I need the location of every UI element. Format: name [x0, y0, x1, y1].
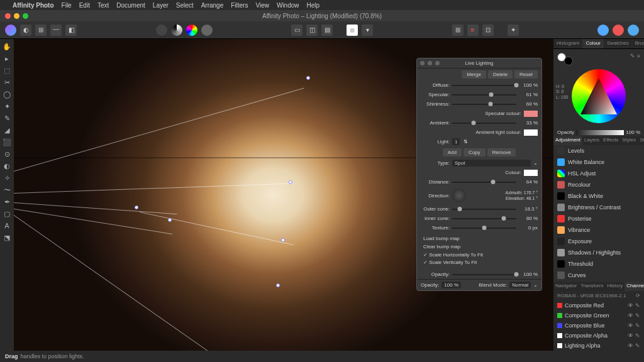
scale-h-checkbox[interactable]: ✓ Scale Horizontally To Fit — [423, 251, 535, 260]
traffic-lights[interactable] — [0, 13, 28, 19]
adjustment-item[interactable]: Curves — [553, 270, 644, 281]
selection-brush-icon[interactable]: ◯ — [2, 89, 12, 99]
visibility-icon[interactable]: 👁 ✎ — [628, 312, 640, 319]
menu-text[interactable]: Text — [97, 2, 109, 9]
colour-wheel[interactable] — [572, 69, 626, 123]
hand-tool-icon[interactable]: ✋ — [2, 41, 12, 52]
scale-v-checkbox[interactable]: ✓ Scale Vertically To Fit — [423, 259, 535, 267]
assistant-icon[interactable]: ✦ — [508, 25, 519, 36]
chevron-down-icon[interactable]: ⌄ — [533, 282, 538, 288]
shininess-slider[interactable] — [452, 104, 516, 105]
app-name[interactable]: Affinity Photo — [13, 2, 54, 9]
selection-sub-icon[interactable]: ▤ — [321, 25, 333, 36]
menu-edit[interactable]: Edit — [79, 2, 90, 9]
account-icon[interactable] — [597, 25, 609, 36]
tab-channels[interactable]: Channels — [625, 282, 644, 291]
colour-picker-icon[interactable]: ⬚ — [2, 65, 12, 75]
persona-liquify-icon[interactable]: ◐ — [20, 25, 31, 36]
inner-cone-slider[interactable] — [452, 218, 516, 219]
light-number[interactable]: 1 — [452, 138, 460, 145]
menu-layer[interactable]: Layer — [153, 2, 169, 9]
tab-stock[interactable]: Stock — [638, 136, 644, 145]
tab-history[interactable]: History — [605, 282, 625, 291]
diffuse-slider[interactable] — [452, 85, 516, 86]
adjustment-item[interactable]: Shadows / Highlights — [553, 247, 644, 258]
menu-file[interactable]: File — [62, 2, 72, 9]
selection-new-icon[interactable]: ▭ — [291, 25, 303, 36]
merge-button[interactable]: Merge — [462, 70, 486, 79]
channel-item[interactable]: Composite Blue👁 ✎ — [553, 321, 644, 331]
menu-select[interactable]: Select — [176, 2, 194, 9]
light-handle[interactable] — [306, 76, 310, 80]
visibility-icon[interactable]: 👁 ✎ — [628, 332, 640, 339]
persona-tone-icon[interactable]: 〰 — [50, 25, 62, 36]
adjustment-item[interactable]: Vibrance — [553, 224, 644, 236]
adjustment-item[interactable]: White Balance — [553, 156, 644, 168]
load-bump-button[interactable]: Load bump map — [423, 235, 535, 243]
adjust-bw-icon[interactable] — [201, 25, 213, 36]
pen-tool-icon[interactable]: ✒ — [2, 197, 12, 207]
outer-cone-slider[interactable] — [452, 209, 516, 210]
adjust-hsl-icon[interactable] — [186, 25, 197, 36]
persona-photo-icon[interactable] — [5, 25, 16, 36]
selection-add-icon[interactable]: ◫ — [306, 25, 318, 36]
specular-colour-swatch[interactable] — [524, 111, 538, 117]
visibility-icon[interactable]: 👁 ✎ — [628, 302, 640, 309]
stepper-icon[interactable]: ⇅ — [464, 139, 468, 145]
footer-opacity-value[interactable]: 100 % — [441, 282, 461, 288]
tab-swatches[interactable]: Swatches — [604, 39, 632, 48]
menu-document[interactable]: Document — [116, 2, 145, 9]
visibility-icon[interactable]: 👁 ✎ — [628, 343, 640, 349]
persona-develop-icon[interactable]: ⊞ — [35, 25, 47, 36]
light-colour-swatch[interactable] — [524, 170, 538, 176]
adjustment-item[interactable]: Exposure — [553, 236, 644, 247]
reset-button[interactable]: Reset — [514, 70, 538, 79]
brush-tool-icon[interactable]: ✎ — [2, 113, 12, 123]
reset-icon[interactable]: ⟳ — [636, 293, 640, 299]
texture-slider[interactable] — [452, 228, 516, 229]
sync-icon[interactable] — [613, 25, 624, 36]
tab-adjustment[interactable]: Adjustment — [553, 136, 582, 145]
quick-mask-icon[interactable]: ◼ — [347, 25, 358, 36]
eyedropper-icon[interactable]: ✎ ≡ — [630, 53, 640, 65]
channel-item[interactable]: Lighting Alpha👁 ✎ — [553, 341, 644, 351]
delete-button[interactable]: Delete — [488, 70, 513, 79]
tab-brushes[interactable]: Brushes — [632, 39, 644, 48]
adjustment-item[interactable]: Levels — [553, 145, 644, 156]
bg-swatch[interactable] — [564, 57, 573, 65]
light-handle[interactable] — [135, 206, 138, 209]
channel-item[interactable]: Composite Alpha👁 ✎ — [553, 331, 644, 341]
dodge-tool-icon[interactable]: ◐ — [2, 161, 12, 171]
shape-tool-icon[interactable]: ▢ — [2, 209, 12, 219]
add-light-button[interactable]: Add — [443, 148, 462, 156]
direction-dial[interactable] — [452, 189, 466, 202]
adjustment-item[interactable]: Posterise — [553, 213, 644, 224]
tab-navigator[interactable]: Navigator — [553, 282, 579, 291]
help-icon[interactable] — [628, 25, 639, 36]
specular-slider[interactable] — [452, 94, 516, 96]
tab-histogram[interactable]: Histogram — [553, 39, 582, 48]
adjust-levels-icon[interactable] — [171, 25, 182, 36]
light-handle[interactable] — [281, 238, 285, 242]
type-select[interactable]: Spot — [452, 160, 531, 167]
chevron-down-icon[interactable]: ⌄ — [533, 160, 538, 166]
persona-export-icon[interactable]: ◧ — [65, 25, 77, 36]
channel-item[interactable]: Composite Green👁 ✎ — [553, 310, 644, 321]
menu-arrange[interactable]: Arrange — [201, 2, 224, 9]
menu-help[interactable]: Help — [307, 2, 320, 9]
arrange-grid-icon[interactable]: ⊞ — [452, 25, 464, 36]
tab-styles[interactable]: Styles — [620, 136, 638, 145]
flood-select-icon[interactable]: ✦ — [2, 101, 12, 111]
light-handle[interactable] — [289, 180, 292, 184]
arrange-snap-icon[interactable]: ⊡ — [482, 25, 494, 36]
tab-colour[interactable]: Colour — [582, 39, 604, 48]
adjustment-item[interactable]: HSL Adjust — [553, 168, 644, 179]
fill-tool-icon[interactable]: ◢ — [2, 125, 12, 135]
smudge-tool-icon[interactable]: 〜 — [2, 185, 12, 195]
tab-layers[interactable]: Layers — [582, 136, 601, 145]
ambient-colour-swatch[interactable] — [524, 129, 538, 136]
tab-effects[interactable]: Effects — [601, 136, 620, 145]
text-tool-icon[interactable]: A — [2, 221, 12, 231]
move-tool-icon[interactable]: ▸ — [2, 53, 12, 63]
adjustment-item[interactable]: Threshold — [553, 258, 644, 270]
